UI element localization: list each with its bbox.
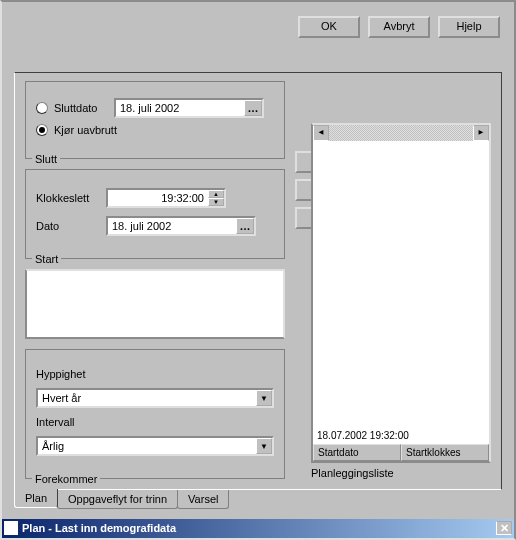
hjelp-button[interactable]: Hjelp bbox=[438, 16, 500, 38]
list-item[interactable]: 18.07.2002 19:32:00 bbox=[317, 430, 409, 441]
tab-varsel[interactable]: Varsel bbox=[177, 490, 229, 509]
radio-uavbrutt[interactable] bbox=[36, 124, 48, 136]
intervall-label: Intervall bbox=[36, 416, 106, 428]
klokke-input[interactable]: 19:32:00 ▲▼ bbox=[106, 188, 226, 208]
group-start: Start bbox=[32, 253, 61, 265]
scroll-right-icon[interactable]: ► bbox=[473, 125, 489, 141]
tab-plan[interactable]: Plan bbox=[14, 489, 58, 508]
date-picker-button[interactable]: … bbox=[236, 218, 254, 234]
radio-sluttdato[interactable] bbox=[36, 102, 48, 114]
group-slutt: Slutt bbox=[32, 153, 60, 165]
date-picker-button[interactable]: … bbox=[244, 100, 262, 116]
spinner-up-icon[interactable]: ▲ bbox=[208, 190, 224, 198]
col-startdato[interactable]: Startdato bbox=[313, 444, 401, 461]
plan-list[interactable]: Startdato Startklokkes 18.07.2002 19:32:… bbox=[311, 123, 491, 463]
dato-input[interactable]: 18. juli 2002 … bbox=[106, 216, 256, 236]
list-title: Planleggingsliste bbox=[311, 467, 491, 479]
chevron-down-icon[interactable]: ▼ bbox=[256, 438, 272, 454]
col-startklokke[interactable]: Startklokkes bbox=[401, 444, 489, 461]
window-title: Plan - Last inn demografidata bbox=[22, 523, 496, 535]
ok-button[interactable]: OK bbox=[298, 16, 360, 38]
hyppighet-label: Hyppighet bbox=[36, 368, 106, 380]
scroll-left-icon[interactable]: ◄ bbox=[313, 125, 329, 141]
hyppighet-combo[interactable]: Hvert år ▼ bbox=[36, 388, 274, 408]
tab-oppgaveflyt[interactable]: Oppgaveflyt for trinn bbox=[57, 490, 178, 509]
spinner-down-icon[interactable]: ▼ bbox=[208, 198, 224, 206]
chevron-down-icon[interactable]: ▼ bbox=[256, 390, 272, 406]
group-forekommer: Forekommer bbox=[32, 473, 100, 485]
close-button[interactable]: ✕ bbox=[496, 522, 512, 536]
sluttdato-input[interactable]: 18. juli 2002 … bbox=[114, 98, 264, 118]
avbryt-button[interactable]: Avbryt bbox=[368, 16, 430, 38]
dato-label: Dato bbox=[36, 220, 106, 232]
intervall-combo[interactable]: Årlig ▼ bbox=[36, 436, 274, 456]
description-memo[interactable] bbox=[25, 269, 285, 339]
klokke-label: Klokkeslett bbox=[36, 192, 106, 204]
app-icon bbox=[4, 522, 18, 536]
scrollbar-track[interactable] bbox=[329, 125, 473, 141]
